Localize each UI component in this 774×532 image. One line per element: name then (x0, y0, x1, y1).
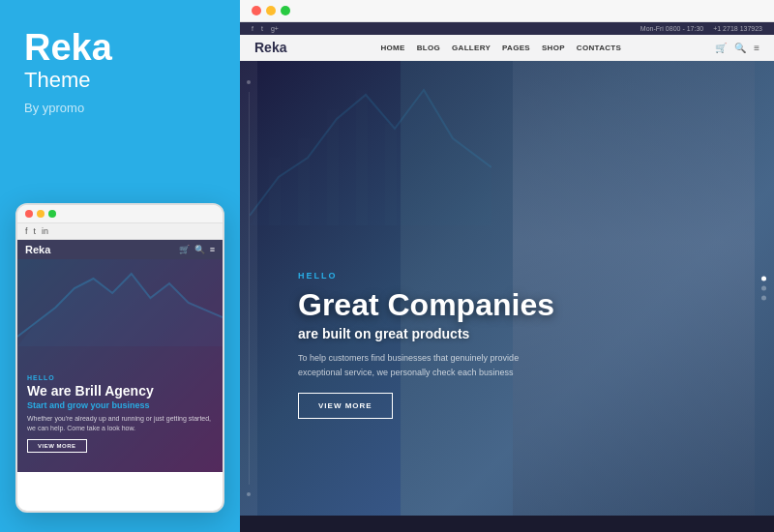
mobile-top-bar (17, 205, 223, 223)
cart-icon[interactable]: 🛒 (715, 43, 727, 53)
nav-contacts[interactable]: CONTACTS (577, 44, 621, 52)
sidebar-line (249, 92, 250, 485)
cart-icon: 🛒 (179, 245, 190, 254)
desktop-chart (250, 80, 491, 225)
sidebar-dot-2 (247, 492, 251, 496)
nav-dot-2[interactable] (761, 286, 766, 291)
left-panel: Reka Theme By ypromo f t in Reka 🛒 🔍 ≡ (0, 0, 240, 532)
mobile-hero-subtitle: Start and grow your business (27, 400, 213, 410)
mobile-hello-label: HELLO (27, 374, 213, 381)
desktop-mockup: f t g+ Mon-Fri 0800 - 17:30 +1 2718 1379… (240, 0, 774, 532)
desktop-hello-label: HELLO (298, 271, 554, 281)
nav-pages[interactable]: PAGES (502, 44, 530, 52)
mobile-social-row: f t in (17, 223, 223, 240)
desktop-hero-subtitle: are built on great products (298, 326, 554, 341)
sidebar-dot (247, 80, 251, 84)
facebook-icon: f (25, 226, 28, 236)
search-icon: 🔍 (194, 245, 205, 254)
hours-text: Mon-Fri 0800 - 17:30 (640, 25, 703, 32)
svg-marker-1 (250, 90, 491, 225)
desktop-logo: Reka (254, 40, 286, 55)
theme-author: By ypromo (24, 101, 216, 115)
twitter-icon: t (261, 25, 263, 32)
mobile-dot-yellow (37, 210, 45, 218)
desktop-header: Reka HOME BLOG GALLERY PAGES SHOP CONTAC… (240, 35, 774, 61)
phone-text: +1 2718 137923 (713, 25, 762, 32)
svg-rect-5 (356, 90, 368, 225)
mobile-header: Reka 🛒 🔍 ≡ (17, 240, 223, 259)
desktop-dot-red (252, 6, 261, 15)
mobile-chart (17, 269, 223, 346)
desktop-hero: HELLO Great Companies are built on great… (240, 61, 774, 516)
mobile-mockup: f t in Reka 🛒 🔍 ≡ HELLO We are Brill Age… (15, 203, 224, 513)
mobile-dot-green (48, 210, 56, 218)
svg-rect-4 (327, 109, 339, 225)
facebook-icon: f (252, 25, 253, 32)
search-icon[interactable]: 🔍 (734, 43, 746, 53)
nav-gallery[interactable]: GALLERY (452, 44, 491, 52)
svg-rect-6 (385, 124, 397, 225)
mobile-view-more-button[interactable]: VIEW MORE (27, 439, 87, 453)
twitter-icon: t (34, 226, 37, 236)
nav-dot-3[interactable] (761, 296, 766, 301)
desktop-info-bar: f t g+ Mon-Fri 0800 - 17:30 +1 2718 1379… (240, 22, 774, 35)
menu-icon: ≡ (210, 245, 215, 254)
desktop-nav: HOME BLOG GALLERY PAGES SHOP CONTACTS (381, 44, 622, 52)
nav-blog[interactable]: BLOG (417, 44, 440, 52)
desktop-dot-yellow (266, 6, 276, 15)
nav-dot-1[interactable] (761, 277, 766, 281)
google-icon: g+ (271, 25, 279, 32)
nav-home[interactable]: HOME (381, 44, 405, 52)
desktop-pagination-dots (761, 277, 766, 301)
desktop-nav-icons: 🛒 🔍 ≡ (715, 43, 759, 53)
desktop-hero-text: To help customers find businesses that g… (298, 351, 550, 379)
mobile-hero-title: We are Brill Agency (27, 384, 213, 399)
instagram-icon: in (42, 226, 48, 236)
desktop-dot-green (281, 6, 290, 15)
desktop-hero-content: HELLO Great Companies are built on great… (298, 271, 554, 419)
mobile-logo: Reka (25, 244, 50, 255)
mobile-hero: HELLO We are Brill Agency Start and grow… (17, 259, 223, 472)
svg-rect-3 (298, 138, 310, 225)
desktop-sidebar-left (240, 61, 257, 516)
theme-title: Reka (24, 29, 216, 66)
svg-rect-2 (269, 158, 281, 225)
desktop-contact-info: Mon-Fri 0800 - 17:30 +1 2718 137923 (640, 25, 762, 32)
desktop-top-bar (240, 0, 774, 22)
desktop-view-more-button[interactable]: VIEW MORE (298, 393, 393, 419)
desktop-social-icons: f t g+ (252, 25, 279, 32)
mobile-header-icons: 🛒 🔍 ≡ (179, 245, 215, 254)
theme-subtitle: Theme (24, 68, 216, 93)
nav-shop[interactable]: SHOP (542, 44, 565, 52)
mobile-dot-red (25, 210, 33, 218)
desktop-hero-title: Great Companies (298, 288, 554, 322)
mobile-hero-text: Whether you're already up and running or… (27, 414, 213, 433)
mobile-hero-content: HELLO We are Brill Agency Start and grow… (27, 374, 213, 453)
menu-icon[interactable]: ≡ (754, 43, 759, 53)
